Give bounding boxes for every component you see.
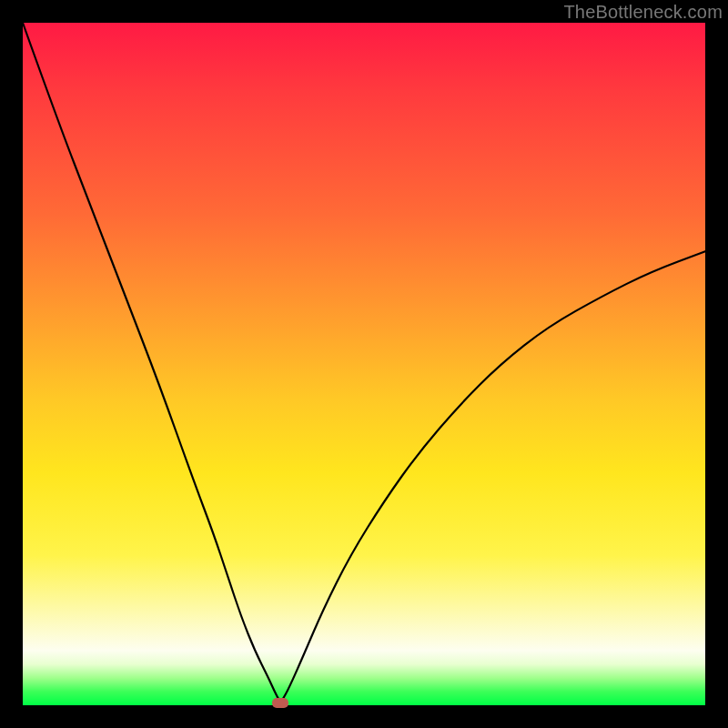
chart-frame: TheBottleneck.com (0, 0, 728, 728)
minimum-marker (272, 698, 288, 708)
watermark-text: TheBottleneck.com (563, 2, 723, 23)
bottleneck-curve (23, 23, 705, 705)
